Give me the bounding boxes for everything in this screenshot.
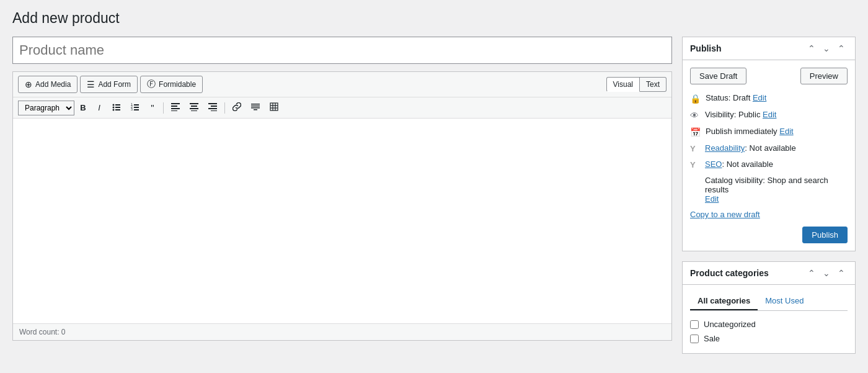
categories-panel-down[interactable]: ⌄ [820, 267, 833, 279]
sidebar: Publish ⌃ ⌄ ⌃ Save Draft Preview 🔒 [682, 37, 856, 364]
visibility-label-text: Visibility: [705, 110, 736, 119]
categories-panel-controls: ⌃ ⌄ ⌃ [805, 267, 848, 279]
svg-rect-22 [208, 108, 217, 109]
word-count-label: Word count: [19, 328, 59, 336]
hr-icon [251, 102, 260, 111]
publish-panel-up[interactable]: ⌃ [805, 42, 818, 55]
horizontal-rule-button[interactable] [247, 100, 264, 115]
status-icon: 🔒 [690, 94, 701, 104]
paragraph-select[interactable]: Paragraph Heading 1 Heading 2 Heading 3 [18, 101, 74, 115]
publish-panel-body: Save Draft Preview 🔒 Status: Draft Edit [683, 60, 855, 251]
editor-footer: Word count: 0 [13, 323, 671, 340]
text-tab[interactable]: Text [640, 77, 666, 92]
bold-button[interactable]: B [76, 101, 91, 115]
editor-content[interactable] [13, 119, 671, 323]
svg-rect-21 [211, 106, 217, 107]
publish-panel-controls: ⌃ ⌄ ⌃ [805, 42, 848, 55]
number-list-button[interactable]: 1. 2. 3. [126, 100, 144, 115]
status-value: Draft [733, 93, 750, 102]
svg-rect-9 [134, 107, 139, 108]
status-edit-link[interactable]: Edit [753, 93, 766, 102]
status-label-text: Status: [706, 93, 730, 102]
readability-label: Readability: Not available [705, 143, 796, 153]
publish-time-value: immediately [734, 127, 777, 136]
publish-panel: Publish ⌃ ⌄ ⌃ Save Draft Preview 🔒 [682, 37, 856, 251]
publish-panel-down[interactable]: ⌄ [820, 42, 833, 55]
svg-rect-18 [190, 108, 198, 109]
italic-button[interactable]: I [92, 101, 107, 115]
seo-value: Not available [727, 160, 773, 169]
format-toolbar: Paragraph Heading 1 Heading 2 Heading 3 … [13, 97, 671, 119]
publish-button[interactable]: Publish [802, 227, 848, 243]
svg-point-0 [113, 104, 115, 106]
align-center-icon [190, 102, 198, 111]
svg-rect-3 [115, 107, 120, 108]
svg-rect-11 [134, 109, 139, 110]
visibility-icon: 👁 [690, 110, 700, 120]
editor-column: ⊕ Add Media ☰ Add Form Ⓕ Formidable [12, 37, 672, 341]
most-used-tab[interactable]: Most Used [758, 292, 811, 310]
catalog-edit-link[interactable]: Edit [705, 194, 719, 204]
publish-panel-toggle[interactable]: ⌃ [835, 42, 848, 55]
svg-rect-17 [191, 106, 197, 107]
table-icon [270, 102, 278, 111]
seo-link[interactable]: SEO [705, 160, 722, 169]
seo-icon: Y [690, 160, 700, 169]
visual-tab[interactable]: Visual [606, 77, 640, 92]
svg-rect-28 [270, 103, 278, 110]
category-checkbox-uncategorized[interactable] [690, 320, 699, 329]
publish-time-edit-link[interactable]: Edit [779, 127, 793, 136]
seo-row: Y SEO: Not available [690, 160, 848, 169]
editor-area: ⊕ Add Media ☰ Add Form Ⓕ Formidable [12, 71, 672, 341]
format-separator-2 [224, 102, 225, 114]
copy-to-draft-link[interactable]: Copy to a new draft [690, 210, 760, 219]
save-draft-button[interactable]: Save Draft [690, 68, 746, 84]
editor-toolbar: ⊕ Add Media ☰ Add Form Ⓕ Formidable [13, 72, 671, 97]
readability-link[interactable]: Readability [705, 143, 745, 153]
visibility-row: 👁 Visibility: Public Edit [690, 110, 848, 120]
blockquote-button[interactable]: " [145, 100, 160, 115]
formidable-button[interactable]: Ⓕ Formidable [140, 76, 203, 93]
publish-panel-title: Publish [690, 43, 722, 53]
link-button[interactable] [228, 100, 246, 115]
seo-label: SEO: Not available [705, 160, 773, 169]
add-media-button[interactable]: ⊕ Add Media [18, 76, 78, 93]
categories-panel-toggle[interactable]: ⌃ [835, 267, 848, 279]
category-label-sale[interactable]: Sale [704, 334, 720, 343]
category-list: Uncategorized Sale [690, 317, 848, 346]
format-separator-1 [163, 102, 164, 114]
categories-panel-up[interactable]: ⌃ [805, 267, 818, 279]
categories-panel-header: Product categories ⌃ ⌄ ⌃ [683, 262, 855, 285]
add-form-icon: ☰ [87, 79, 95, 89]
add-form-button[interactable]: ☰ Add Form [80, 76, 138, 93]
svg-point-4 [113, 109, 115, 111]
visibility-label: Visibility: Public Edit [705, 110, 776, 119]
align-left-icon [171, 102, 180, 111]
page-title: Add new product [12, 10, 856, 27]
category-label-uncategorized[interactable]: Uncategorized [704, 320, 756, 329]
publish-btn-row: Publish [690, 227, 848, 243]
categories-panel-title: Product categories [690, 268, 769, 278]
preview-button[interactable]: Preview [800, 68, 848, 84]
align-right-icon [208, 102, 217, 111]
all-categories-tab[interactable]: All categories [690, 292, 758, 310]
category-checkbox-sale[interactable] [690, 335, 699, 343]
svg-rect-20 [208, 103, 217, 104]
bullet-list-button[interactable] [108, 100, 125, 115]
bullet-list-icon [112, 102, 121, 111]
svg-rect-23 [211, 110, 217, 111]
formidable-label: Formidable [159, 80, 196, 89]
svg-text:3.: 3. [131, 107, 133, 111]
category-tabs: All categories Most Used [690, 292, 848, 311]
align-center-button[interactable] [185, 100, 203, 115]
svg-rect-19 [191, 110, 197, 111]
align-left-button[interactable] [167, 100, 184, 115]
product-categories-panel: Product categories ⌃ ⌄ ⌃ All categories … [682, 261, 856, 354]
align-right-button[interactable] [204, 100, 221, 115]
svg-point-2 [113, 107, 115, 109]
table-button[interactable] [265, 100, 283, 115]
svg-rect-25 [251, 106, 260, 107]
product-name-input[interactable] [12, 37, 672, 64]
publish-time-row: 📅 Publish immediately Edit [690, 127, 848, 137]
visibility-edit-link[interactable]: Edit [763, 110, 776, 119]
